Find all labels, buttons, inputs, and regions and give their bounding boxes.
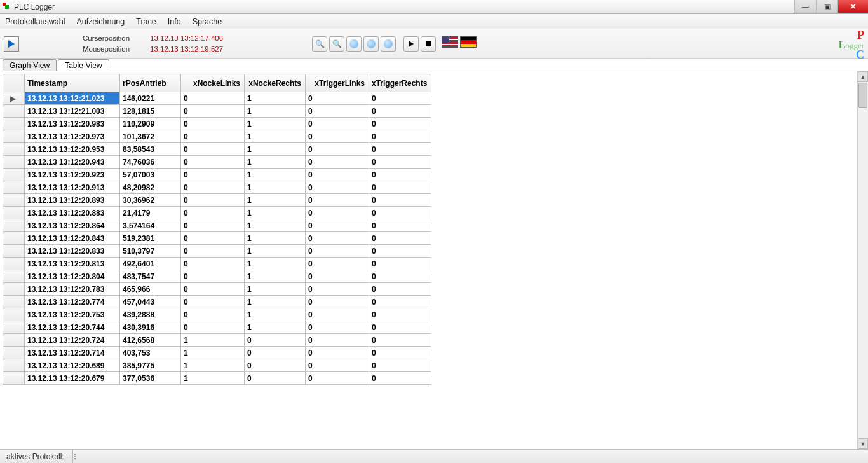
table-cell[interactable]: 13.12.13 13:12:20.744 — [25, 321, 120, 334]
table-cell[interactable]: 1 — [245, 169, 306, 181]
row-selector-cell[interactable] — [3, 270, 25, 283]
table-cell[interactable]: 13.12.13 13:12:20.893 — [25, 194, 120, 207]
table-row[interactable]: 13.12.13 13:12:20.714403,7531000 — [3, 347, 431, 359]
table-cell[interactable]: 0 — [245, 347, 306, 359]
table-cell[interactable]: 1 — [245, 181, 306, 194]
table-cell[interactable]: 0 — [181, 219, 245, 232]
row-selector-cell[interactable] — [3, 308, 25, 321]
row-selector-cell[interactable] — [3, 105, 25, 118]
table-cell[interactable]: 0 — [306, 130, 369, 143]
table-cell[interactable]: 0 — [369, 118, 431, 130]
tab-table-view[interactable]: Table-View — [58, 59, 109, 71]
column-header[interactable]: xTriggerRechts — [369, 74, 431, 92]
table-cell[interactable]: 0 — [181, 308, 245, 321]
table-cell[interactable]: 1 — [245, 207, 306, 219]
table-cell[interactable]: 1 — [245, 143, 306, 156]
table-cell[interactable]: 1 — [181, 359, 245, 372]
table-cell[interactable]: 0 — [245, 334, 306, 347]
table-cell[interactable]: 0 — [181, 207, 245, 219]
table-row[interactable]: 13.12.13 13:12:20.813492,64010100 — [3, 258, 431, 270]
language-de-button[interactable] — [460, 36, 477, 48]
table-cell[interactable]: 0 — [306, 169, 369, 181]
row-selector-cell[interactable] — [3, 372, 25, 385]
table-cell[interactable]: 0 — [181, 258, 245, 270]
table-row[interactable]: 13.12.13 13:12:20.8643,5741640100 — [3, 219, 431, 232]
record-play-button[interactable] — [4, 36, 19, 52]
table-row[interactable]: 13.12.13 13:12:20.94374,760360100 — [3, 156, 431, 169]
table-cell[interactable]: 13.12.13 13:12:20.714 — [25, 347, 120, 359]
table-cell[interactable]: 1 — [245, 308, 306, 321]
table-cell[interactable]: 0 — [369, 296, 431, 308]
table-cell[interactable]: 13.12.13 13:12:20.774 — [25, 296, 120, 308]
table-cell[interactable]: 0 — [181, 296, 245, 308]
table-cell[interactable]: 13.12.13 13:12:20.804 — [25, 270, 120, 283]
table-cell[interactable]: 1 — [181, 334, 245, 347]
table-row[interactable]: 13.12.13 13:12:20.724412,65681000 — [3, 334, 431, 347]
table-cell[interactable]: 0 — [369, 169, 431, 181]
table-cell[interactable]: 13.12.13 13:12:20.973 — [25, 130, 120, 143]
table-row[interactable]: 13.12.13 13:12:20.843519,23810100 — [3, 232, 431, 245]
table-cell[interactable]: 0 — [306, 118, 369, 130]
table-row[interactable]: 13.12.13 13:12:20.91348,209820100 — [3, 181, 431, 194]
row-selector-cell[interactable] — [3, 283, 25, 296]
table-cell[interactable]: 21,4179 — [120, 207, 181, 219]
table-cell[interactable]: 13.12.13 13:12:20.913 — [25, 181, 120, 194]
row-selector-cell[interactable] — [3, 143, 25, 156]
table-cell[interactable]: 13.12.13 13:12:20.813 — [25, 258, 120, 270]
table-cell[interactable]: 0 — [306, 321, 369, 334]
table-cell[interactable]: 0 — [369, 372, 431, 385]
table-row[interactable]: 13.12.13 13:12:20.88321,41790100 — [3, 207, 431, 219]
table-cell[interactable]: 457,0443 — [120, 296, 181, 308]
table-cell[interactable]: 0 — [369, 207, 431, 219]
table-cell[interactable]: 13.12.13 13:12:20.753 — [25, 308, 120, 321]
table-cell[interactable]: 13.12.13 13:12:20.679 — [25, 372, 120, 385]
table-row[interactable]: 13.12.13 13:12:20.95383,585430100 — [3, 143, 431, 156]
table-cell[interactable]: 1 — [245, 270, 306, 283]
row-selector-cell[interactable] — [3, 334, 25, 347]
table-cell[interactable]: 0 — [306, 219, 369, 232]
table-cell[interactable]: 439,2888 — [120, 308, 181, 321]
table-cell[interactable]: 1 — [181, 347, 245, 359]
row-selector-cell[interactable] — [3, 245, 25, 258]
table-cell[interactable]: 110,2909 — [120, 118, 181, 130]
table-cell[interactable]: 13.12.13 13:12:20.883 — [25, 207, 120, 219]
table-cell[interactable]: 0 — [181, 130, 245, 143]
row-selector-cell[interactable] — [3, 321, 25, 334]
table-cell[interactable]: 74,76036 — [120, 156, 181, 169]
close-button[interactable]: ✕ — [837, 0, 868, 13]
table-cell[interactable]: 13.12.13 13:12:21.003 — [25, 105, 120, 118]
table-cell[interactable]: 0 — [306, 347, 369, 359]
table-cell[interactable]: 0 — [306, 156, 369, 169]
menu-protokollauswahl[interactable]: Protokollauswahl — [5, 17, 65, 26]
row-selector-cell[interactable] — [3, 258, 25, 270]
table-cell[interactable]: 0 — [181, 181, 245, 194]
table-cell[interactable]: 13.12.13 13:12:20.724 — [25, 334, 120, 347]
table-cell[interactable]: 0 — [181, 143, 245, 156]
table-cell[interactable]: 0 — [181, 321, 245, 334]
table-cell[interactable]: 48,20982 — [120, 181, 181, 194]
table-cell[interactable]: 0 — [306, 207, 369, 219]
zoom-in-button[interactable]: 🔍 — [312, 36, 327, 52]
table-cell[interactable]: 0 — [369, 143, 431, 156]
table-cell[interactable]: 0 — [369, 258, 431, 270]
table-row[interactable]: 13.12.13 13:12:20.92357,070030100 — [3, 169, 431, 181]
table-row[interactable]: 13.12.13 13:12:20.983110,29090100 — [3, 118, 431, 130]
table-row[interactable]: 13.12.13 13:12:20.804483,75470100 — [3, 270, 431, 283]
table-cell[interactable]: 13.12.13 13:12:20.923 — [25, 169, 120, 181]
column-header[interactable] — [3, 74, 25, 92]
table-cell[interactable]: 385,9775 — [120, 359, 181, 372]
table-cell[interactable]: 0 — [369, 219, 431, 232]
table-cell[interactable]: 0 — [369, 181, 431, 194]
play-button[interactable] — [403, 36, 419, 52]
table-cell[interactable]: 1 — [245, 92, 306, 105]
table-cell[interactable]: 492,6401 — [120, 258, 181, 270]
table-row[interactable]: 13.12.13 13:12:20.833510,37970100 — [3, 245, 431, 258]
table-cell[interactable]: 30,36962 — [120, 194, 181, 207]
table-cell[interactable]: 13.12.13 13:12:20.953 — [25, 143, 120, 156]
vertical-scrollbar[interactable]: ▲ ▼ — [857, 71, 868, 449]
column-header[interactable]: Timestamp — [25, 74, 120, 92]
table-cell[interactable]: 0 — [181, 283, 245, 296]
table-cell[interactable]: 465,966 — [120, 283, 181, 296]
zoom-out-button[interactable]: 🔍 — [329, 36, 344, 52]
scroll-down-button[interactable]: ▼ — [858, 438, 868, 449]
